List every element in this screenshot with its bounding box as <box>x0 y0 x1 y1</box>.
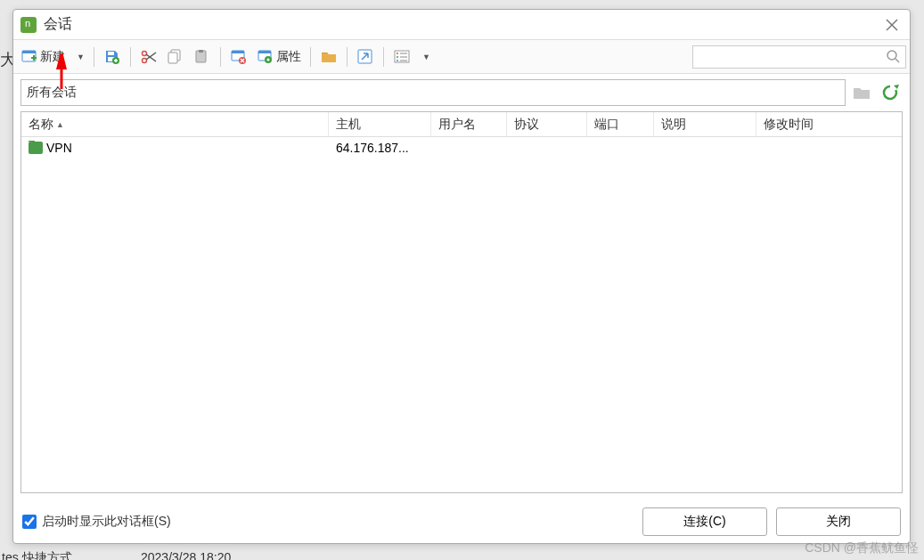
svg-rect-3 <box>22 51 36 53</box>
scissors-icon <box>140 48 158 66</box>
svg-point-32 <box>887 51 896 60</box>
svg-marker-36 <box>894 85 899 89</box>
sort-asc-icon: ▲ <box>56 120 64 129</box>
new-button-label: 新建 <box>40 49 65 65</box>
save-icon <box>103 48 121 66</box>
new-button[interactable]: 新建 <box>17 45 69 69</box>
delete-button[interactable] <box>226 45 251 69</box>
sessions-dialog: 会话 新建 ▼ <box>12 9 911 544</box>
svg-rect-14 <box>168 53 177 63</box>
svg-point-10 <box>142 58 146 62</box>
connect-button[interactable]: 连接(C) <box>642 507 767 536</box>
folder-button[interactable] <box>316 45 341 69</box>
properties-label: 属性 <box>276 49 301 65</box>
column-protocol[interactable]: 协议 <box>507 112 587 136</box>
column-desc[interactable]: 说明 <box>654 112 756 136</box>
shortcut-icon <box>356 48 374 66</box>
search-box <box>692 45 906 69</box>
new-session-icon <box>20 48 38 66</box>
list-view-icon <box>393 48 411 66</box>
separator <box>130 47 131 67</box>
separator <box>220 47 221 67</box>
separator <box>94 47 94 67</box>
toolbar: 新建 ▼ <box>13 40 910 74</box>
show-on-start-label[interactable]: 启动时显示此对话框(S) <box>42 514 171 530</box>
svg-rect-18 <box>232 51 244 53</box>
cell-name: VPN <box>21 141 329 155</box>
folder-browse-button[interactable] <box>849 79 874 106</box>
svg-rect-21 <box>258 51 271 53</box>
view-dropdown[interactable]: ▼ <box>416 45 434 69</box>
cell-host: 64.176.187... <box>329 141 431 155</box>
svg-rect-6 <box>108 52 114 55</box>
body-area: 所有会话 名称▲ 主机 用户名 协议 端口 说明 修改时间 <box>13 74 910 500</box>
copy-button[interactable] <box>163 45 188 69</box>
svg-point-28 <box>397 60 398 61</box>
paste-icon <box>193 48 211 66</box>
background-text: tes 快捷方式 <box>2 550 72 560</box>
app-icon <box>20 17 37 33</box>
list-header: 名称▲ 主机 用户名 协议 端口 说明 修改时间 <box>21 112 902 137</box>
search-input[interactable] <box>697 50 886 63</box>
breadcrumb-row: 所有会话 <box>20 79 903 106</box>
new-dropdown[interactable]: ▼ <box>70 45 88 69</box>
separator <box>347 47 348 67</box>
show-on-start-checkbox[interactable] <box>22 515 37 529</box>
titlebar: 会话 <box>13 10 910 40</box>
gear-icon <box>257 48 274 66</box>
delete-icon <box>230 48 248 66</box>
session-list: 名称▲ 主机 用户名 协议 端口 说明 修改时间 VPN 64.176.187.… <box>20 111 903 493</box>
column-user[interactable]: 用户名 <box>431 112 507 136</box>
shortcut-button[interactable] <box>353 45 378 69</box>
column-port[interactable]: 端口 <box>587 112 654 136</box>
svg-rect-5 <box>33 55 35 61</box>
folder-icon <box>320 48 338 66</box>
background-date: 2023/3/28 18:20 <box>141 550 231 560</box>
save-button[interactable] <box>100 45 125 69</box>
breadcrumb[interactable]: 所有会话 <box>20 79 846 106</box>
separator <box>383 47 384 67</box>
properties-button[interactable]: 属性 <box>253 45 305 69</box>
column-mtime[interactable]: 修改时间 <box>756 112 902 136</box>
separator <box>310 47 311 67</box>
folder-icon <box>29 142 43 154</box>
table-row[interactable]: VPN 64.176.187... <box>21 137 902 158</box>
svg-point-26 <box>397 53 398 54</box>
svg-rect-16 <box>199 50 203 53</box>
svg-point-9 <box>142 51 146 55</box>
column-name[interactable]: 名称▲ <box>21 112 329 136</box>
chevron-down-icon: ▼ <box>422 53 430 61</box>
window-title: 会话 <box>44 15 881 34</box>
close-button[interactable]: 关闭 <box>776 507 901 536</box>
chevron-down-icon: ▼ <box>77 53 85 61</box>
svg-point-27 <box>397 56 398 58</box>
copy-icon <box>167 48 184 66</box>
svg-point-23 <box>266 58 269 61</box>
list-body: VPN 64.176.187... <box>21 137 902 492</box>
paste-button[interactable] <box>190 45 215 69</box>
dialog-footer: 启动时显示此对话框(S) 连接(C) 关闭 <box>13 500 910 543</box>
breadcrumb-path: 所有会话 <box>27 85 77 101</box>
search-icon[interactable] <box>886 49 902 65</box>
view-button[interactable] <box>389 45 414 69</box>
refresh-button[interactable] <box>878 79 903 106</box>
close-icon[interactable] <box>881 14 903 36</box>
cut-button[interactable] <box>136 45 161 69</box>
column-host[interactable]: 主机 <box>329 112 431 136</box>
svg-line-33 <box>895 59 899 62</box>
